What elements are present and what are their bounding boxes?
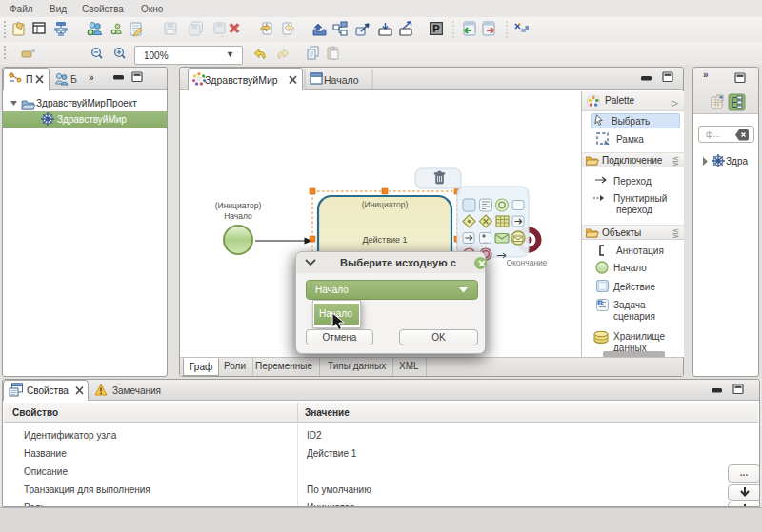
svg-text:Начало: Начало: [224, 211, 252, 221]
svg-text:Начало: Начало: [324, 74, 359, 86]
svg-text:П: П: [26, 73, 33, 85]
svg-text:(Инициатор): (Инициатор): [362, 200, 409, 209]
svg-text:...: ...: [219, 32, 224, 38]
svg-text:Окончание: Окончание: [506, 258, 547, 267]
svg-text:Замечания: Замечания: [112, 385, 161, 396]
svg-text:...: ...: [483, 238, 488, 244]
svg-text:Свойства: Свойства: [27, 385, 69, 396]
svg-text:P: P: [432, 23, 439, 34]
svg-text:»: »: [89, 72, 94, 83]
svg-text:Б: Б: [70, 73, 77, 85]
svg-text:(Инициатор): (Инициатор): [215, 201, 262, 210]
svg-text:Действие 1: Действие 1: [362, 235, 407, 245]
svg-text:..: ..: [516, 202, 520, 208]
svg-text:м: м: [521, 27, 526, 33]
svg-text:ЗдравствуйМир: ЗдравствуйМир: [205, 74, 278, 86]
